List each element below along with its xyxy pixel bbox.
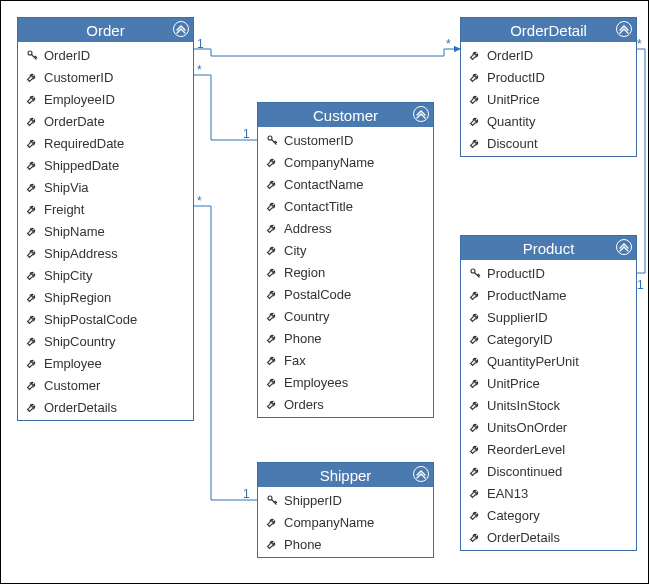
wrench-icon	[264, 222, 280, 234]
attribute-row[interactable]: Discontinued	[461, 460, 636, 482]
attribute-row[interactable]: City	[258, 239, 433, 261]
wrench-icon	[24, 159, 40, 171]
collapse-icon[interactable]	[616, 21, 632, 37]
er-diagram-canvas: OrderOrderIDCustomerIDEmployeeIDOrderDat…	[0, 0, 649, 584]
wrench-icon	[467, 377, 483, 389]
attribute-label: ContactName	[284, 177, 363, 192]
attribute-row[interactable]: Employee	[18, 352, 193, 374]
attribute-row[interactable]: Customer	[18, 374, 193, 396]
attribute-label: ContactTitle	[284, 199, 353, 214]
attribute-row[interactable]: OrderID	[18, 44, 193, 66]
entity-shipper[interactable]: ShipperShipperIDCompanyNamePhone	[257, 462, 434, 558]
attribute-label: UnitPrice	[487, 92, 540, 107]
attribute-row[interactable]: OrderDate	[18, 110, 193, 132]
attribute-row[interactable]: ShipperID	[258, 489, 433, 511]
attribute-row[interactable]: OrderDetails	[461, 526, 636, 548]
entity-header[interactable]: Shipper	[258, 463, 433, 487]
wrench-icon	[467, 49, 483, 61]
cardinality-label: 1	[243, 127, 250, 141]
attribute-row[interactable]: ShipCity	[18, 264, 193, 286]
attribute-label: Discount	[487, 136, 538, 151]
svg-point-1	[268, 136, 272, 140]
attribute-label: OrderDetails	[44, 400, 117, 415]
wrench-icon	[467, 531, 483, 543]
wrench-icon	[467, 465, 483, 477]
attribute-row[interactable]: Address	[258, 217, 433, 239]
attribute-row[interactable]: Country	[258, 305, 433, 327]
attribute-label: ReorderLevel	[487, 442, 565, 457]
attribute-row[interactable]: ContactTitle	[258, 195, 433, 217]
attribute-label: OrderID	[44, 48, 90, 63]
attribute-row[interactable]: OrderDetails	[18, 396, 193, 418]
attribute-row[interactable]: CustomerID	[258, 129, 433, 151]
attribute-row[interactable]: RequiredDate	[18, 132, 193, 154]
attribute-row[interactable]: Discount	[461, 132, 636, 154]
entity-header[interactable]: OrderDetail	[461, 18, 636, 42]
entity-title: Order	[18, 22, 193, 39]
attribute-row[interactable]: ShippedDate	[18, 154, 193, 176]
attribute-row[interactable]: UnitPrice	[461, 88, 636, 110]
entity-product[interactable]: ProductProductIDProductNameSupplierIDCat…	[460, 235, 637, 551]
attribute-row[interactable]: UnitPrice	[461, 372, 636, 394]
attribute-row[interactable]: ShipRegion	[18, 286, 193, 308]
attribute-row[interactable]: ProductID	[461, 262, 636, 284]
wrench-icon	[264, 354, 280, 366]
attribute-row[interactable]: UnitsInStock	[461, 394, 636, 416]
attribute-row[interactable]: CategoryID	[461, 328, 636, 350]
attribute-row[interactable]: Region	[258, 261, 433, 283]
attribute-row[interactable]: CompanyName	[258, 511, 433, 533]
collapse-icon[interactable]	[413, 106, 429, 122]
attribute-row[interactable]: Freight	[18, 198, 193, 220]
wrench-icon	[264, 376, 280, 388]
attribute-row[interactable]: ShipAddress	[18, 242, 193, 264]
cardinality-label: 1	[637, 278, 644, 292]
attribute-label: Phone	[284, 331, 322, 346]
entity-title: Customer	[258, 107, 433, 124]
attribute-row[interactable]: CustomerID	[18, 66, 193, 88]
entity-order[interactable]: OrderOrderIDCustomerIDEmployeeIDOrderDat…	[17, 17, 194, 421]
attribute-row[interactable]: CompanyName	[258, 151, 433, 173]
attribute-row[interactable]: UnitsOnOrder	[461, 416, 636, 438]
attribute-label: CustomerID	[284, 133, 353, 148]
attribute-row[interactable]: ReorderLevel	[461, 438, 636, 460]
collapse-icon[interactable]	[173, 21, 189, 37]
collapse-icon[interactable]	[616, 239, 632, 255]
attribute-row[interactable]: ShipName	[18, 220, 193, 242]
attribute-row[interactable]: PostalCode	[258, 283, 433, 305]
attribute-row[interactable]: ShipCountry	[18, 330, 193, 352]
attribute-row[interactable]: OrderID	[461, 44, 636, 66]
entity-header[interactable]: Product	[461, 236, 636, 260]
attribute-row[interactable]: ProductID	[461, 66, 636, 88]
attribute-label: ShipVia	[44, 180, 89, 195]
entity-rows: ProductIDProductNameSupplierIDCategoryID…	[461, 260, 636, 550]
wrench-icon	[467, 93, 483, 105]
wrench-icon	[24, 247, 40, 259]
entity-orderdetail[interactable]: OrderDetailOrderIDProductIDUnitPriceQuan…	[460, 17, 637, 157]
entity-header[interactable]: Order	[18, 18, 193, 42]
attribute-row[interactable]: Phone	[258, 533, 433, 555]
attribute-row[interactable]: ProductName	[461, 284, 636, 306]
attribute-row[interactable]: Fax	[258, 349, 433, 371]
entity-header[interactable]: Customer	[258, 103, 433, 127]
attribute-row[interactable]: SupplierID	[461, 306, 636, 328]
attribute-row[interactable]: EmployeeID	[18, 88, 193, 110]
wrench-icon	[264, 266, 280, 278]
attribute-label: ProductName	[487, 288, 566, 303]
attribute-row[interactable]: Employees	[258, 371, 433, 393]
attribute-row[interactable]: QuantityPerUnit	[461, 350, 636, 372]
attribute-row[interactable]: Orders	[258, 393, 433, 415]
wrench-icon	[467, 137, 483, 149]
svg-point-2	[471, 269, 475, 273]
attribute-row[interactable]: ShipPostalCode	[18, 308, 193, 330]
attribute-row[interactable]: Quantity	[461, 110, 636, 132]
wrench-icon	[264, 516, 280, 528]
entity-customer[interactable]: CustomerCustomerIDCompanyNameContactName…	[257, 102, 434, 418]
collapse-icon[interactable]	[413, 466, 429, 482]
attribute-row[interactable]: Phone	[258, 327, 433, 349]
attribute-row[interactable]: EAN13	[461, 482, 636, 504]
attribute-label: OrderDate	[44, 114, 105, 129]
attribute-row[interactable]: ShipVia	[18, 176, 193, 198]
attribute-label: EmployeeID	[44, 92, 115, 107]
attribute-row[interactable]: Category	[461, 504, 636, 526]
attribute-row[interactable]: ContactName	[258, 173, 433, 195]
